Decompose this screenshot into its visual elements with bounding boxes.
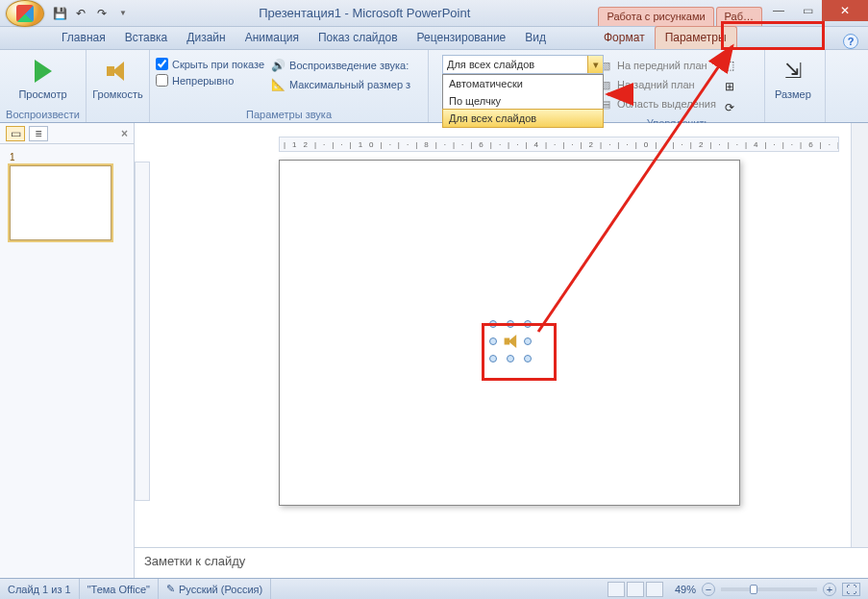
work-area: ▭ ≡ × 1 |12|·|·|10|·|·|8|·|·|6|·|·|4|·|·… [0, 123, 868, 578]
rotate-icon[interactable]: ⟳ [722, 100, 737, 115]
notes-pane[interactable]: Заметки к слайду [135, 547, 868, 578]
volume-label: Громкость [92, 88, 142, 100]
spellcheck-icon: ✎ [166, 583, 175, 595]
tab-design[interactable]: Дизайн [177, 27, 235, 49]
help-icon[interactable]: ? [843, 34, 858, 49]
context-tab-pictures[interactable]: Работа с рисунками [598, 7, 713, 26]
thumb-preview [10, 165, 112, 240]
context-tab-more[interactable]: Раб… [716, 7, 762, 26]
group-volume: Громкость [87, 50, 150, 122]
tab-parameters[interactable]: Параметры [655, 26, 737, 49]
zoom-in-button[interactable]: + [823, 583, 836, 596]
volume-button[interactable]: Громкость [88, 54, 146, 102]
loop-checkbox[interactable]: Непрерывно [156, 74, 264, 87]
title-bar: 💾 ↶ ↷ ▼ Презентация1 - Microsoft PowerPo… [0, 0, 868, 27]
tab-animation[interactable]: Анимация [236, 27, 309, 49]
tab-slideshow[interactable]: Показ слайдов [309, 27, 408, 49]
fit-to-window-button[interactable]: ⛶ [842, 583, 860, 596]
sound-object[interactable] [493, 324, 528, 359]
max-size-icon: 📐 [270, 77, 285, 92]
slide-thumbnail-pane: ▭ ≡ × 1 [0, 123, 135, 578]
zoom-slider[interactable] [721, 587, 817, 591]
align-icon[interactable]: ⬚ [722, 58, 737, 73]
play-sound-dropdown-list: Автоматически По щелчку Для всех слайдов [442, 74, 604, 128]
status-slide: Слайд 1 из 1 [0, 579, 80, 599]
size-icon: ⇲ [778, 56, 808, 87]
group-size: ⇲ Размер [765, 50, 826, 122]
ribbon: Просмотр Воспроизвести Громкость Скрыть … [0, 50, 868, 123]
speaker-icon [103, 56, 134, 87]
view-buttons [602, 582, 669, 597]
dd-item-click[interactable]: По щелчку [443, 92, 603, 110]
play-sound-combo[interactable]: Для всех слайдов ▾ [442, 55, 604, 74]
hide-during-show-checkbox[interactable]: Скрыть при показе [156, 58, 264, 70]
hide-checkbox-input[interactable] [156, 58, 168, 70]
tab-insert[interactable]: Вставка [115, 27, 178, 49]
status-lang[interactable]: ✎ Русский (Россия) [159, 579, 271, 599]
save-icon[interactable]: 💾 [52, 6, 67, 21]
play-sound-label: Воспроизведение звука: [289, 60, 409, 71]
group-sound-label: Параметры звука [156, 107, 422, 120]
ribbon-tabs: Главная Вставка Дизайн Анимация Показ сл… [0, 27, 868, 50]
view-sorter-button[interactable] [627, 582, 644, 597]
vertical-ruler [135, 162, 150, 501]
size-button[interactable]: ⇲ Размер [771, 54, 815, 102]
group-play-label: Воспроизвести [6, 107, 80, 120]
group-arrange: ▧На передний план ▨На задний план ▤Облас… [592, 50, 765, 122]
hide-label: Скрыть при показе [172, 59, 264, 70]
thumb-tab-slides[interactable]: ▭ [6, 126, 25, 141]
window-title: Презентация1 - Microsoft PowerPoint [131, 6, 598, 20]
minimize-button[interactable]: — [764, 0, 793, 21]
chevron-down-icon[interactable]: ▾ [587, 56, 603, 73]
redo-icon[interactable]: ↷ [94, 6, 110, 21]
combo-selected: Для всех слайдов [447, 59, 534, 70]
status-bar: Слайд 1 из 1 "Тема Office" ✎ Русский (Ро… [0, 578, 868, 599]
dd-item-all-slides[interactable]: Для всех слайдов [442, 109, 604, 128]
zoom-value[interactable]: 49% [675, 584, 696, 595]
window-controls: — ▭ ✕ [764, 0, 868, 26]
preview-button[interactable]: Просмотр [14, 54, 70, 102]
slide-editor: |12|·|·|10|·|·|8|·|·|6|·|·|4|·|·|2|·|·|0… [135, 123, 868, 578]
tab-view[interactable]: Вид [515, 27, 556, 49]
group-icon[interactable]: ⊞ [722, 79, 737, 94]
zoom-out-button[interactable]: − [702, 583, 715, 596]
close-button[interactable]: ✕ [822, 0, 868, 21]
play-icon [28, 56, 59, 87]
speaker-object-icon [501, 332, 524, 351]
bring-to-front-button[interactable]: ▧На передний план [598, 58, 716, 73]
quick-access-toolbar: 💾 ↶ ↷ ▼ [52, 6, 131, 21]
view-slideshow-button[interactable] [646, 582, 663, 597]
status-right: 49% − + ⛶ [594, 582, 868, 597]
tab-home[interactable]: Главная [52, 27, 115, 49]
slide-thumbnail-1[interactable]: 1 [10, 152, 124, 243]
undo-icon[interactable]: ↶ [73, 6, 88, 21]
tab-format[interactable]: Формат [594, 27, 655, 49]
status-theme: "Тема Office" [80, 579, 159, 599]
loop-label: Непрерывно [172, 75, 234, 87]
office-button[interactable] [6, 0, 44, 27]
loop-checkbox-input[interactable] [156, 74, 168, 87]
view-normal-button[interactable] [608, 582, 625, 597]
sound-play-icon: 🔊 [270, 58, 285, 73]
slide-canvas[interactable] [279, 160, 740, 506]
preview-label: Просмотр [18, 88, 66, 100]
tab-review[interactable]: Рецензирование [408, 27, 516, 49]
horizontal-ruler: |12|·|·|10|·|·|8|·|·|6|·|·|4|·|·|2|·|·|0… [279, 137, 839, 152]
thumb-pane-close-icon[interactable]: × [121, 127, 128, 140]
dd-item-auto[interactable]: Автоматически [443, 75, 603, 92]
size-label: Размер [775, 88, 811, 100]
max-size-label: Максимальный размер з [289, 79, 410, 90]
restore-button[interactable]: ▭ [793, 0, 822, 21]
thumb-tab-outline[interactable]: ≡ [29, 126, 48, 141]
selection-pane-button[interactable]: ▤Область выделения [598, 96, 716, 112]
send-to-back-button[interactable]: ▨На задний план [598, 77, 716, 92]
contextual-tab-group: Работа с рисунками Раб… [598, 0, 764, 26]
thumb-pane-tabs: ▭ ≡ × [0, 123, 134, 144]
vertical-scrollbar[interactable] [851, 123, 868, 547]
group-play: Просмотр Воспроизвести [0, 50, 87, 122]
qat-dropdown-icon[interactable]: ▼ [115, 6, 131, 21]
group-sound-options: Скрыть при показе Непрерывно 🔊 Воспроизв… [150, 50, 429, 122]
thumb-number: 1 [10, 152, 21, 162]
play-sound-dropdown[interactable]: Для всех слайдов ▾ Автоматически По щелч… [442, 55, 604, 74]
